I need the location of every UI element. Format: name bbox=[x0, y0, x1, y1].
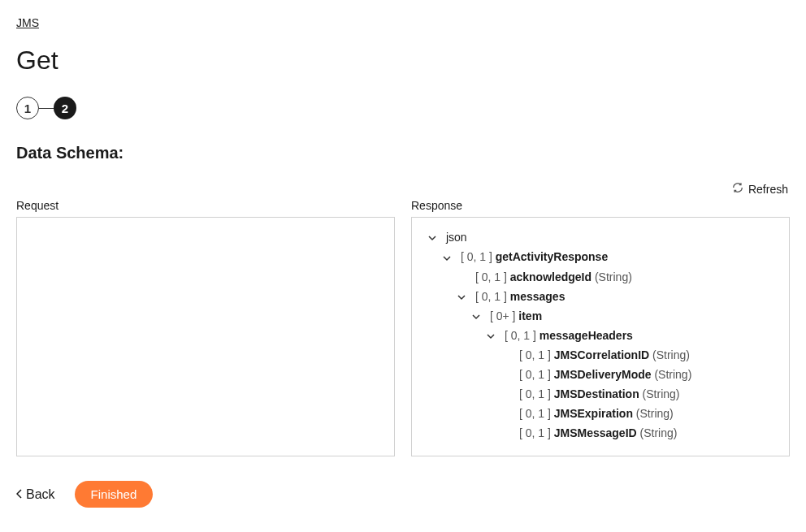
tree-toggle[interactable] bbox=[441, 253, 453, 264]
tree-node-type: (String) bbox=[654, 368, 691, 381]
tree-node-item: [ 0+ ] item bbox=[418, 306, 782, 326]
tree-cardinality: [ 0, 1 ] bbox=[519, 348, 551, 361]
tree-node-label: json bbox=[446, 231, 467, 244]
step-connector bbox=[39, 108, 54, 109]
tree-node-name: messages bbox=[510, 290, 566, 303]
tree-node-getactivityresponse: [ 0, 1 ] getActivityResponse bbox=[418, 247, 782, 266]
chevron-down-icon bbox=[457, 293, 466, 301]
tree-node-name: JMSDestination bbox=[554, 387, 639, 400]
tree-toggle[interactable] bbox=[456, 292, 467, 303]
response-label: Response bbox=[411, 199, 790, 212]
refresh-row: Refresh bbox=[16, 182, 790, 196]
chevron-down-icon bbox=[472, 313, 480, 321]
footer: Back Finished bbox=[16, 481, 790, 508]
response-panel: Response json [ 0, 1 bbox=[411, 199, 790, 456]
tree-cardinality: [ 0, 1 ] bbox=[519, 387, 551, 400]
tree-node-name: item bbox=[518, 309, 542, 322]
chevron-left-icon bbox=[16, 487, 23, 502]
tree-node-name: JMSCorrelationID bbox=[554, 348, 649, 361]
tree-toggle[interactable] bbox=[427, 232, 438, 244]
tree-cardinality: [ 0, 1 ] bbox=[475, 270, 507, 283]
tree-node-acknowledgeid: [ 0, 1 ] acknowledgeId (String) bbox=[418, 267, 782, 287]
tree-cardinality: [ 0, 1 ] bbox=[519, 426, 551, 439]
request-body[interactable] bbox=[16, 217, 395, 456]
chevron-down-icon bbox=[443, 254, 451, 262]
tree-node-messages: [ 0, 1 ] messages bbox=[418, 287, 782, 306]
tree-node-name: JMSMessageID bbox=[554, 426, 637, 439]
tree-node-json: json bbox=[418, 227, 782, 247]
refresh-icon bbox=[732, 182, 743, 196]
step-1[interactable]: 1 bbox=[16, 97, 39, 119]
refresh-label: Refresh bbox=[748, 183, 788, 196]
tree-cardinality: [ 0, 1 ] bbox=[461, 250, 492, 263]
tree-node-jmsdeliverymode: [ 0, 1 ] JMSDeliveryMode (String) bbox=[418, 365, 782, 384]
tree-node-messageheaders: [ 0, 1 ] messageHeaders bbox=[418, 326, 782, 345]
section-title: Data Schema: bbox=[16, 144, 790, 162]
breadcrumb-link-jms[interactable]: JMS bbox=[16, 16, 39, 29]
tree-node-name: messageHeaders bbox=[540, 329, 633, 342]
chevron-down-icon bbox=[487, 332, 495, 340]
tree-toggle[interactable] bbox=[485, 331, 496, 342]
response-body[interactable]: json [ 0, 1 ] getActivityResponse bbox=[411, 217, 790, 456]
page-container: JMS Get 1 2 Data Schema: Refresh Request bbox=[0, 0, 806, 524]
refresh-button[interactable]: Refresh bbox=[732, 182, 788, 196]
tree-cardinality: [ 0, 1 ] bbox=[519, 407, 551, 420]
tree-node-type: (String) bbox=[643, 387, 680, 400]
tree-node-jmsexpiration: [ 0, 1 ] JMSExpiration (String) bbox=[418, 404, 782, 423]
tree-cardinality: [ 0, 1 ] bbox=[519, 368, 551, 381]
tree-node-type: (String) bbox=[652, 348, 690, 361]
tree-node-name: JMSExpiration bbox=[554, 407, 633, 420]
tree-node-name: getActivityResponse bbox=[496, 250, 608, 263]
response-tree: json [ 0, 1 ] getActivityResponse bbox=[418, 227, 782, 443]
tree-cardinality: [ 0+ ] bbox=[490, 309, 516, 322]
stepper: 1 2 bbox=[16, 97, 790, 119]
tree-node-type: (String) bbox=[640, 426, 678, 439]
tree-node-jmsdestination: [ 0, 1 ] JMSDestination (String) bbox=[418, 384, 782, 404]
tree-node-name: JMSDeliveryMode bbox=[554, 368, 652, 381]
chevron-down-icon bbox=[428, 234, 436, 242]
tree-node-type: (String) bbox=[595, 270, 632, 283]
request-panel: Request bbox=[16, 199, 395, 456]
tree-node-jmscorrelationid: [ 0, 1 ] JMSCorrelationID (String) bbox=[418, 345, 782, 365]
tree-node-type: (String) bbox=[636, 407, 674, 420]
back-label: Back bbox=[26, 487, 55, 502]
page-title: Get bbox=[16, 45, 790, 76]
step-2[interactable]: 2 bbox=[54, 97, 76, 119]
back-button[interactable]: Back bbox=[16, 487, 55, 502]
tree-node-jmsmessageid: [ 0, 1 ] JMSMessageID (String) bbox=[418, 423, 782, 443]
tree-cardinality: [ 0, 1 ] bbox=[475, 290, 507, 303]
tree-toggle[interactable] bbox=[470, 311, 482, 322]
finished-button[interactable]: Finished bbox=[75, 481, 154, 508]
panels: Request Response json bbox=[16, 199, 790, 456]
breadcrumb: JMS bbox=[16, 16, 790, 29]
request-label: Request bbox=[16, 199, 395, 212]
tree-node-name: acknowledgeId bbox=[510, 270, 592, 283]
tree-cardinality: [ 0, 1 ] bbox=[505, 329, 536, 342]
